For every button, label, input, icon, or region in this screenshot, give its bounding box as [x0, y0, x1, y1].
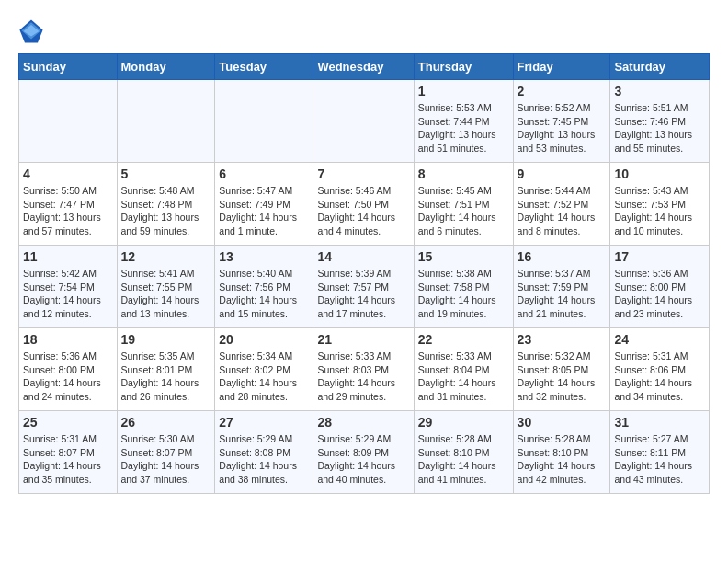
cell-content: Sunrise: 5:41 AM Sunset: 7:55 PM Dayligh…	[121, 267, 211, 321]
calendar-cell: 16Sunrise: 5:37 AM Sunset: 7:59 PM Dayli…	[513, 246, 610, 328]
calendar-cell: 9Sunrise: 5:44 AM Sunset: 7:52 PM Daylig…	[513, 163, 610, 246]
day-number: 12	[121, 249, 211, 264]
cell-content: Sunrise: 5:52 AM Sunset: 7:45 PM Dayligh…	[518, 101, 607, 155]
header	[18, 18, 710, 44]
day-number: 15	[418, 249, 509, 264]
cell-content: Sunrise: 5:28 AM Sunset: 8:10 PM Dayligh…	[418, 432, 509, 487]
cell-content: Sunrise: 5:29 AM Sunset: 8:08 PM Dayligh…	[219, 432, 309, 487]
calendar-cell: 20Sunrise: 5:34 AM Sunset: 8:02 PM Dayli…	[215, 328, 313, 411]
day-number: 28	[317, 415, 409, 430]
week-row-1: 1Sunrise: 5:53 AM Sunset: 7:44 PM Daylig…	[19, 80, 710, 163]
cell-content: Sunrise: 5:36 AM Sunset: 8:00 PM Dayligh…	[614, 267, 705, 321]
cell-content: Sunrise: 5:31 AM Sunset: 8:06 PM Dayligh…	[614, 350, 705, 404]
day-number: 8	[418, 167, 509, 181]
day-number: 22	[418, 332, 509, 347]
header-sunday: Sunday	[19, 54, 118, 80]
day-number: 3	[614, 84, 705, 98]
cell-content: Sunrise: 5:32 AM Sunset: 8:05 PM Dayligh…	[518, 350, 607, 404]
cell-content: Sunrise: 5:31 AM Sunset: 8:07 PM Dayligh…	[23, 432, 113, 487]
cell-content: Sunrise: 5:51 AM Sunset: 7:46 PM Dayligh…	[614, 101, 705, 155]
logo-icon	[18, 18, 44, 44]
calendar-cell: 24Sunrise: 5:31 AM Sunset: 8:06 PM Dayli…	[610, 328, 710, 411]
calendar-cell: 2Sunrise: 5:52 AM Sunset: 7:45 PM Daylig…	[513, 80, 610, 163]
calendar-cell: 8Sunrise: 5:45 AM Sunset: 7:51 PM Daylig…	[414, 163, 513, 246]
day-number: 4	[23, 167, 113, 181]
cell-content: Sunrise: 5:45 AM Sunset: 7:51 PM Dayligh…	[418, 184, 509, 238]
calendar-cell: 21Sunrise: 5:33 AM Sunset: 8:03 PM Dayli…	[313, 328, 414, 411]
header-wednesday: Wednesday	[313, 54, 414, 80]
day-number: 31	[614, 415, 705, 430]
day-number: 14	[317, 249, 409, 264]
day-number: 13	[219, 249, 309, 264]
day-number: 21	[317, 332, 409, 347]
cell-content: Sunrise: 5:33 AM Sunset: 8:04 PM Dayligh…	[418, 350, 509, 404]
day-number: 2	[518, 84, 607, 98]
cell-content: Sunrise: 5:47 AM Sunset: 7:49 PM Dayligh…	[219, 184, 309, 238]
day-number: 19	[121, 332, 211, 347]
calendar-cell: 17Sunrise: 5:36 AM Sunset: 8:00 PM Dayli…	[610, 246, 710, 328]
header-monday: Monday	[117, 54, 215, 80]
calendar-cell	[19, 80, 118, 163]
day-number: 27	[219, 415, 309, 430]
cell-content: Sunrise: 5:35 AM Sunset: 8:01 PM Dayligh…	[121, 350, 211, 404]
day-number: 18	[23, 332, 113, 347]
day-number: 23	[518, 332, 607, 347]
day-number: 17	[614, 249, 705, 264]
calendar-cell: 14Sunrise: 5:39 AM Sunset: 7:57 PM Dayli…	[313, 246, 414, 328]
logo	[18, 18, 48, 44]
cell-content: Sunrise: 5:36 AM Sunset: 8:00 PM Dayligh…	[23, 350, 113, 404]
cell-content: Sunrise: 5:33 AM Sunset: 8:03 PM Dayligh…	[317, 350, 409, 404]
calendar-table: SundayMondayTuesdayWednesdayThursdayFrid…	[18, 53, 710, 494]
week-row-2: 4Sunrise: 5:50 AM Sunset: 7:47 PM Daylig…	[19, 163, 710, 246]
calendar-cell: 28Sunrise: 5:29 AM Sunset: 8:09 PM Dayli…	[313, 411, 414, 494]
day-number: 30	[518, 415, 607, 430]
day-number: 25	[23, 415, 113, 430]
calendar-cell: 29Sunrise: 5:28 AM Sunset: 8:10 PM Dayli…	[414, 411, 513, 494]
cell-content: Sunrise: 5:46 AM Sunset: 7:50 PM Dayligh…	[317, 184, 409, 238]
cell-content: Sunrise: 5:42 AM Sunset: 7:54 PM Dayligh…	[23, 267, 113, 321]
calendar-cell: 18Sunrise: 5:36 AM Sunset: 8:00 PM Dayli…	[19, 328, 118, 411]
cell-content: Sunrise: 5:44 AM Sunset: 7:52 PM Dayligh…	[518, 184, 607, 238]
header-tuesday: Tuesday	[215, 54, 313, 80]
cell-content: Sunrise: 5:30 AM Sunset: 8:07 PM Dayligh…	[121, 432, 211, 487]
header-saturday: Saturday	[610, 54, 710, 80]
cell-content: Sunrise: 5:39 AM Sunset: 7:57 PM Dayligh…	[317, 267, 409, 321]
calendar-cell: 15Sunrise: 5:38 AM Sunset: 7:58 PM Dayli…	[414, 246, 513, 328]
calendar-cell: 1Sunrise: 5:53 AM Sunset: 7:44 PM Daylig…	[414, 80, 513, 163]
week-row-5: 25Sunrise: 5:31 AM Sunset: 8:07 PM Dayli…	[19, 411, 710, 494]
calendar-cell: 22Sunrise: 5:33 AM Sunset: 8:04 PM Dayli…	[414, 328, 513, 411]
calendar-cell: 26Sunrise: 5:30 AM Sunset: 8:07 PM Dayli…	[117, 411, 215, 494]
calendar-cell: 13Sunrise: 5:40 AM Sunset: 7:56 PM Dayli…	[215, 246, 313, 328]
calendar-cell: 7Sunrise: 5:46 AM Sunset: 7:50 PM Daylig…	[313, 163, 414, 246]
calendar-cell: 6Sunrise: 5:47 AM Sunset: 7:49 PM Daylig…	[215, 163, 313, 246]
header-thursday: Thursday	[414, 54, 513, 80]
calendar-cell: 30Sunrise: 5:28 AM Sunset: 8:10 PM Dayli…	[513, 411, 610, 494]
day-number: 16	[518, 249, 607, 264]
cell-content: Sunrise: 5:28 AM Sunset: 8:10 PM Dayligh…	[518, 432, 607, 487]
cell-content: Sunrise: 5:48 AM Sunset: 7:48 PM Dayligh…	[121, 184, 211, 238]
calendar-cell: 11Sunrise: 5:42 AM Sunset: 7:54 PM Dayli…	[19, 246, 118, 328]
calendar-cell: 31Sunrise: 5:27 AM Sunset: 8:11 PM Dayli…	[610, 411, 710, 494]
cell-content: Sunrise: 5:37 AM Sunset: 7:59 PM Dayligh…	[518, 267, 607, 321]
calendar-cell: 25Sunrise: 5:31 AM Sunset: 8:07 PM Dayli…	[19, 411, 118, 494]
calendar-cell	[215, 80, 313, 163]
day-number: 24	[614, 332, 705, 347]
cell-content: Sunrise: 5:29 AM Sunset: 8:09 PM Dayligh…	[317, 432, 409, 487]
day-number: 6	[219, 167, 309, 181]
header-friday: Friday	[513, 54, 610, 80]
calendar-cell: 5Sunrise: 5:48 AM Sunset: 7:48 PM Daylig…	[117, 163, 215, 246]
cell-content: Sunrise: 5:27 AM Sunset: 8:11 PM Dayligh…	[614, 432, 705, 487]
day-number: 20	[219, 332, 309, 347]
cell-content: Sunrise: 5:53 AM Sunset: 7:44 PM Dayligh…	[418, 101, 509, 155]
calendar-cell: 3Sunrise: 5:51 AM Sunset: 7:46 PM Daylig…	[610, 80, 710, 163]
day-number: 29	[418, 415, 509, 430]
week-row-3: 11Sunrise: 5:42 AM Sunset: 7:54 PM Dayli…	[19, 246, 710, 328]
calendar-cell	[117, 80, 215, 163]
day-number: 26	[121, 415, 211, 430]
cell-content: Sunrise: 5:50 AM Sunset: 7:47 PM Dayligh…	[23, 184, 113, 238]
cell-content: Sunrise: 5:43 AM Sunset: 7:53 PM Dayligh…	[614, 184, 705, 238]
day-number: 5	[121, 167, 211, 181]
day-number: 1	[418, 84, 509, 98]
calendar-cell: 27Sunrise: 5:29 AM Sunset: 8:08 PM Dayli…	[215, 411, 313, 494]
cell-content: Sunrise: 5:38 AM Sunset: 7:58 PM Dayligh…	[418, 267, 509, 321]
